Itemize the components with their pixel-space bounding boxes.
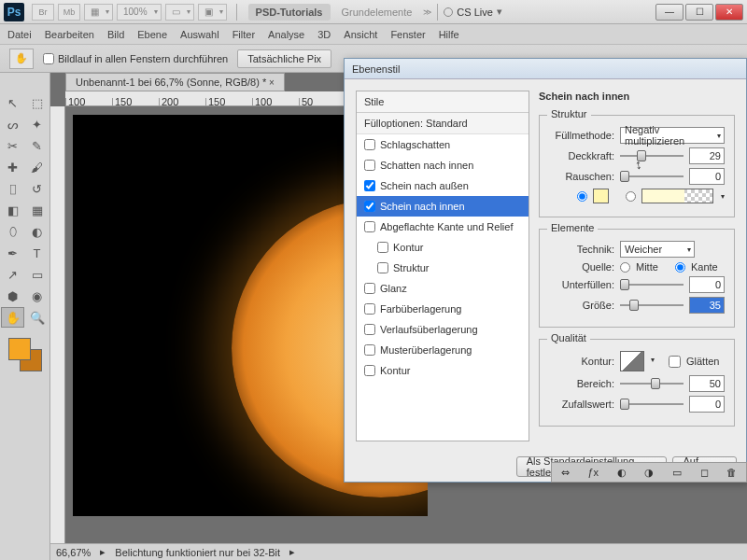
- dialog-titlebar[interactable]: Ebenenstil: [345, 59, 746, 79]
- type-tool[interactable]: T: [25, 243, 49, 263]
- marquee-tool[interactable]: ⬚: [25, 92, 49, 113]
- styles-header[interactable]: Stile: [357, 91, 529, 113]
- link-icon[interactable]: ⇔: [561, 467, 570, 479]
- noise-slider[interactable]: [620, 170, 684, 183]
- opacity-slider[interactable]: [620, 149, 684, 162]
- style-item[interactable]: Musterüberlagerung: [357, 340, 529, 360]
- color-swatches[interactable]: [8, 338, 42, 371]
- style-checkbox[interactable]: [364, 160, 375, 171]
- color-radio[interactable]: [577, 191, 587, 202]
- style-checkbox[interactable]: [364, 344, 375, 356]
- choke-slider[interactable]: [620, 278, 684, 291]
- glow-color-swatch[interactable]: [593, 189, 609, 203]
- style-checkbox[interactable]: [364, 324, 375, 335]
- history-brush-tool[interactable]: ↺: [25, 178, 49, 199]
- arrange-dd[interactable]: ▭: [165, 4, 194, 21]
- zoom-tool[interactable]: 🔍: [25, 307, 49, 328]
- workspace-link-1[interactable]: PSD-Tutorials: [248, 4, 331, 21]
- style-item[interactable]: Struktur: [357, 258, 529, 278]
- style-item[interactable]: Schlagschatten: [357, 134, 529, 155]
- lasso-tool[interactable]: ᔕ: [1, 114, 24, 134]
- adjust-icon[interactable]: ◑: [644, 467, 654, 479]
- eyedropper-tool[interactable]: ✎: [25, 135, 49, 156]
- fx-icon[interactable]: ƒx: [587, 467, 599, 478]
- hand-tool[interactable]: ✋: [1, 307, 24, 328]
- screenmode-dd[interactable]: ▣: [198, 4, 227, 21]
- cs-live[interactable]: CS Live ▾: [444, 6, 502, 18]
- dodge-tool[interactable]: ◐: [25, 221, 49, 242]
- menu-datei[interactable]: Datei: [7, 29, 32, 40]
- style-item[interactable]: Farbüberlagerung: [357, 299, 529, 319]
- move-tool[interactable]: ↖: [1, 92, 24, 113]
- antialias-checkbox[interactable]: [669, 356, 681, 368]
- menu-fenster[interactable]: Fenster: [390, 29, 425, 40]
- style-item[interactable]: Kontur: [357, 360, 529, 381]
- style-checkbox[interactable]: [364, 201, 375, 212]
- style-item[interactable]: Schein nach außen: [357, 175, 529, 196]
- eraser-tool[interactable]: ◧: [1, 200, 24, 220]
- style-checkbox[interactable]: [377, 262, 388, 273]
- new-icon[interactable]: ◻: [700, 467, 709, 479]
- shape-tool[interactable]: ▭: [25, 264, 49, 285]
- workspace-link-2[interactable]: Grundelemente: [342, 7, 413, 18]
- actual-pixels-button[interactable]: Tatsächliche Pix: [237, 49, 331, 68]
- style-checkbox[interactable]: [364, 303, 375, 315]
- style-checkbox[interactable]: [364, 283, 375, 294]
- choke-input[interactable]: [689, 276, 725, 293]
- bridge-btn[interactable]: Br: [32, 4, 54, 21]
- minibridge-btn[interactable]: Mb: [58, 4, 80, 21]
- blur-tool[interactable]: ⬯: [1, 221, 24, 242]
- trash-icon[interactable]: 🗑: [726, 467, 737, 478]
- menu-analyse[interactable]: Analyse: [268, 29, 304, 40]
- blendmode-dropdown[interactable]: Negativ multiplizieren: [620, 127, 725, 144]
- menu-bearbeiten[interactable]: Bearbeiten: [45, 29, 94, 40]
- stamp-tool[interactable]: ⌷: [1, 178, 24, 199]
- style-item[interactable]: Glanz: [357, 278, 529, 299]
- size-input[interactable]: [689, 297, 725, 314]
- style-checkbox[interactable]: [364, 221, 375, 232]
- pen-tool[interactable]: ✒: [1, 243, 24, 263]
- style-checkbox[interactable]: [377, 242, 388, 253]
- menu-filter[interactable]: Filter: [233, 29, 255, 40]
- fg-swatch[interactable]: [8, 338, 31, 360]
- folder-icon[interactable]: ▭: [672, 467, 682, 479]
- range-slider[interactable]: [620, 377, 684, 390]
- hand-tool-icon[interactable]: ✋: [9, 49, 34, 69]
- quelle-kante-radio[interactable]: [675, 262, 685, 273]
- camera-tool[interactable]: ◉: [25, 286, 49, 306]
- brush-tool[interactable]: 🖌: [25, 157, 49, 177]
- jitter-input[interactable]: [689, 396, 725, 413]
- noise-input[interactable]: [689, 168, 725, 185]
- style-item[interactable]: Verlaufsüberlagerung: [357, 319, 529, 340]
- quelle-mitte-radio[interactable]: [620, 262, 630, 273]
- menu-auswahl[interactable]: Auswahl: [180, 29, 219, 40]
- menu-bild[interactable]: Bild: [107, 29, 124, 40]
- style-item[interactable]: Kontur: [357, 237, 529, 258]
- style-item[interactable]: Schatten nach innen: [357, 155, 529, 175]
- style-item[interactable]: Schein nach innen: [357, 196, 529, 217]
- glow-gradient[interactable]: [641, 189, 713, 203]
- technik-dropdown[interactable]: Weicher: [620, 241, 695, 258]
- style-checkbox[interactable]: [364, 139, 375, 150]
- zoom-dd[interactable]: 100%: [117, 4, 162, 21]
- gradient-radio[interactable]: [626, 191, 636, 202]
- menu-hilfe[interactable]: Hilfe: [439, 29, 459, 40]
- style-checkbox[interactable]: [364, 180, 375, 191]
- kontur-picker[interactable]: [620, 351, 644, 371]
- close-button[interactable]: ✕: [715, 4, 743, 21]
- opacity-input[interactable]: [689, 147, 725, 164]
- view-extras-dd[interactable]: ▦: [84, 4, 113, 21]
- minimize-button[interactable]: —: [655, 4, 684, 21]
- crop-tool[interactable]: ✂: [1, 135, 24, 156]
- gradient-tool[interactable]: ▦: [25, 200, 49, 220]
- style-checkbox[interactable]: [364, 365, 375, 376]
- menu-ebene[interactable]: Ebene: [137, 29, 167, 40]
- range-input[interactable]: [689, 375, 725, 392]
- style-item[interactable]: Abgeflachte Kante und Relief: [357, 217, 529, 237]
- menu-ansicht[interactable]: Ansicht: [344, 29, 377, 40]
- heal-tool[interactable]: ✚: [1, 157, 24, 177]
- document-tab[interactable]: Unbenannt-1 bei 66,7% (Sonne, RGB/8) * ×: [65, 73, 285, 91]
- menu-3d[interactable]: 3D: [317, 29, 331, 40]
- scroll-all-checkbox[interactable]: Bildlauf in allen Fenstern durchführen: [43, 53, 228, 64]
- jitter-slider[interactable]: [620, 398, 684, 411]
